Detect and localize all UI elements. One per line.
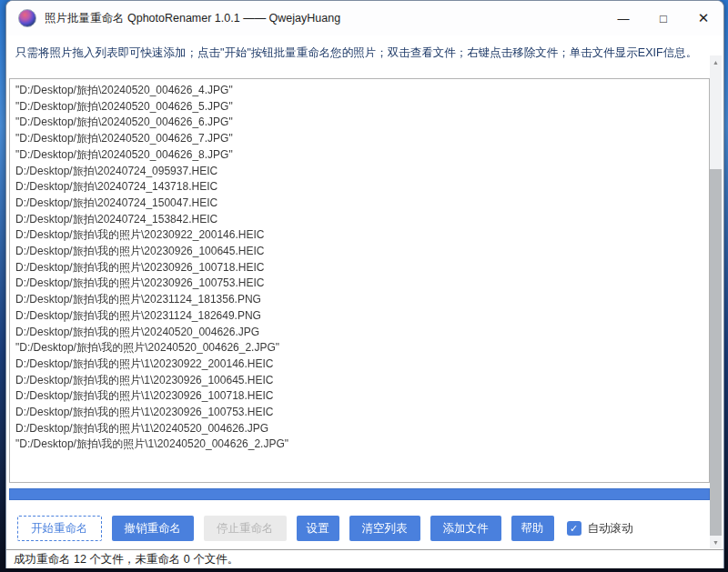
file-list-item[interactable]: D:/Desktop/旅拍\我的照片\1\20230926_100753.HEI… xyxy=(15,405,709,421)
file-list-item[interactable]: D:/Desktop/旅拍\20240724_150047.HEIC xyxy=(15,196,709,212)
app-icon xyxy=(18,9,36,27)
file-list-item[interactable]: D:/Desktop/旅拍\我的照片\20230926_100753.HEIC xyxy=(15,276,709,292)
title-bar: 照片批量重命名 QphotoRenamer 1.0.1 —— QwejayHua… xyxy=(6,1,723,35)
file-list-item[interactable]: D:/Desktop/旅拍\我的照片\20240520_004626.JPG xyxy=(15,325,709,341)
scrollbar-thumb[interactable] xyxy=(710,169,722,536)
file-list-item[interactable]: D:/Desktop/旅拍\我的照片\20230922_200146.HEIC xyxy=(15,227,709,244)
add-files-button[interactable]: 添加文件 xyxy=(430,516,501,541)
maximize-button[interactable]: □ xyxy=(643,1,683,35)
file-list-item[interactable]: "D:/Desktop/旅拍\20240520_004626_6.JPG" xyxy=(15,115,709,131)
file-list-item[interactable]: "D:/Desktop/旅拍\20240520_004626_5.JPG" xyxy=(15,99,709,115)
file-list-item[interactable]: "D:/Desktop/旅拍\我的照片\20240520_004626_2.JP… xyxy=(15,340,709,356)
status-bar: 成功重命名 12 个文件，未重命名 0 个文件。 xyxy=(6,549,723,568)
file-list-item[interactable]: D:/Desktop/旅拍\我的照片\20230926_100645.HEIC xyxy=(15,244,709,260)
toolbar: 开始重命名 撤销重命名 停止重命名 设置 清空列表 添加文件 帮助 ✓ 自动滚动 xyxy=(17,515,633,542)
file-list-item[interactable]: D:/Desktop/旅拍\20240724_153842.HEIC xyxy=(15,212,709,228)
minimize-button[interactable]: — xyxy=(603,1,643,35)
settings-button[interactable]: 设置 xyxy=(297,516,339,541)
app-window: 照片批量重命名 QphotoRenamer 1.0.1 —— QwejayHua… xyxy=(5,0,724,568)
auto-scroll-option[interactable]: ✓ 自动滚动 xyxy=(567,521,633,537)
file-list-item[interactable]: D:/Desktop/旅拍\20240724_143718.HEIC xyxy=(15,179,709,196)
instruction-text: 只需将照片拖入列表即可快速添加；点击"开始"按钮批量重命名您的照片；双击查看文件… xyxy=(6,35,703,77)
close-button[interactable]: ✕ xyxy=(683,1,723,35)
file-list-item[interactable]: D:/Desktop/旅拍\我的照片\20230926_100718.HEIC xyxy=(15,260,709,276)
window-controls: — □ ✕ xyxy=(603,1,723,35)
undo-rename-button[interactable]: 撤销重命名 xyxy=(112,516,195,541)
file-list-item[interactable]: "D:/Desktop/旅拍\20240520_004626_4.JPG" xyxy=(15,83,709,99)
file-list-item[interactable]: D:/Desktop/旅拍\我的照片\1\20230922_200146.HEI… xyxy=(15,356,709,373)
file-list-item[interactable]: D:/Desktop/旅拍\我的照片\20231124_181356.PNG xyxy=(15,292,709,308)
scroll-up-icon[interactable]: ▲ xyxy=(710,55,722,68)
start-rename-button[interactable]: 开始重命名 xyxy=(17,516,102,541)
status-text: 成功重命名 12 个文件，未重命名 0 个文件。 xyxy=(14,552,238,567)
progress-bar-fill xyxy=(9,488,710,500)
file-list[interactable]: "D:/Desktop/旅拍\20240520_004626_4.JPG" "D… xyxy=(9,78,710,483)
file-list-item[interactable]: D:/Desktop/旅拍\我的照片\1\20230926_100718.HEI… xyxy=(15,388,709,405)
clear-list-button[interactable]: 清空列表 xyxy=(349,516,420,541)
scroll-down-icon[interactable]: ▼ xyxy=(710,536,722,548)
file-list-item[interactable]: D:/Desktop/旅拍\20240724_095937.HEIC xyxy=(15,164,709,180)
file-list-item[interactable]: D:/Desktop/旅拍\我的照片\20231124_182649.PNG xyxy=(15,308,709,325)
file-list-item[interactable]: D:/Desktop/旅拍\我的照片\1\20240520_004626.JPG xyxy=(15,421,709,437)
file-list-item[interactable]: D:/Desktop/旅拍\我的照片\1\20230926_100645.HEI… xyxy=(15,373,709,389)
help-button[interactable]: 帮助 xyxy=(511,516,554,541)
file-list-item[interactable]: "D:/Desktop/旅拍\20240520_004626_8.JPG" xyxy=(15,147,709,164)
progress-bar xyxy=(9,488,710,500)
vertical-scrollbar[interactable]: ▲ ▼ xyxy=(710,55,722,548)
auto-scroll-label: 自动滚动 xyxy=(588,521,633,537)
checkbox-checked-icon[interactable]: ✓ xyxy=(567,521,581,536)
stop-rename-button[interactable]: 停止重命名 xyxy=(204,516,287,541)
file-list-item[interactable]: "D:/Desktop/旅拍\我的照片\1\20240520_004626_2.… xyxy=(15,437,709,453)
file-list-item[interactable]: "D:/Desktop/旅拍\20240520_004626_7.JPG" xyxy=(15,131,709,147)
window-title: 照片批量重命名 QphotoRenamer 1.0.1 —— QwejayHua… xyxy=(45,11,340,26)
